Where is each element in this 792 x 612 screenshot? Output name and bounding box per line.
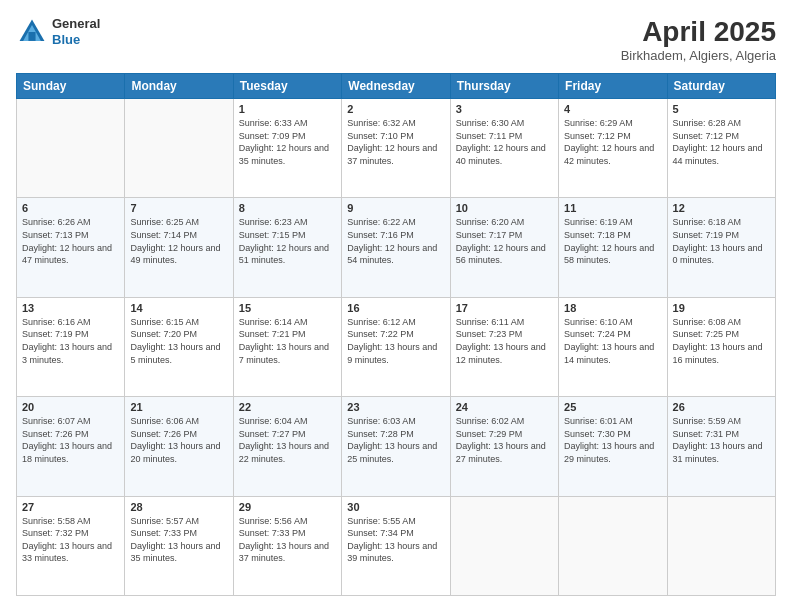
day-number: 27 bbox=[22, 501, 119, 513]
calendar-cell: 3 Sunrise: 6:30 AMSunset: 7:11 PMDayligh… bbox=[450, 99, 558, 198]
calendar-cell: 23 Sunrise: 6:03 AMSunset: 7:28 PMDaylig… bbox=[342, 397, 450, 496]
calendar-cell bbox=[667, 496, 775, 595]
day-detail: Sunrise: 6:07 AMSunset: 7:26 PMDaylight:… bbox=[22, 416, 112, 464]
col-wednesday: Wednesday bbox=[342, 74, 450, 99]
day-detail: Sunrise: 6:08 AMSunset: 7:25 PMDaylight:… bbox=[673, 317, 763, 365]
day-detail: Sunrise: 6:02 AMSunset: 7:29 PMDaylight:… bbox=[456, 416, 546, 464]
day-number: 16 bbox=[347, 302, 444, 314]
calendar-cell: 22 Sunrise: 6:04 AMSunset: 7:27 PMDaylig… bbox=[233, 397, 341, 496]
day-number: 15 bbox=[239, 302, 336, 314]
day-number: 1 bbox=[239, 103, 336, 115]
calendar-cell: 7 Sunrise: 6:25 AMSunset: 7:14 PMDayligh… bbox=[125, 198, 233, 297]
day-detail: Sunrise: 6:01 AMSunset: 7:30 PMDaylight:… bbox=[564, 416, 654, 464]
calendar-cell: 2 Sunrise: 6:32 AMSunset: 7:10 PMDayligh… bbox=[342, 99, 450, 198]
calendar-cell: 4 Sunrise: 6:29 AMSunset: 7:12 PMDayligh… bbox=[559, 99, 667, 198]
calendar-cell: 30 Sunrise: 5:55 AMSunset: 7:34 PMDaylig… bbox=[342, 496, 450, 595]
calendar-cell: 17 Sunrise: 6:11 AMSunset: 7:23 PMDaylig… bbox=[450, 297, 558, 396]
day-detail: Sunrise: 5:55 AMSunset: 7:34 PMDaylight:… bbox=[347, 516, 437, 564]
day-detail: Sunrise: 6:22 AMSunset: 7:16 PMDaylight:… bbox=[347, 217, 437, 265]
day-number: 9 bbox=[347, 202, 444, 214]
calendar-cell: 8 Sunrise: 6:23 AMSunset: 7:15 PMDayligh… bbox=[233, 198, 341, 297]
day-detail: Sunrise: 6:03 AMSunset: 7:28 PMDaylight:… bbox=[347, 416, 437, 464]
day-number: 11 bbox=[564, 202, 661, 214]
day-detail: Sunrise: 6:32 AMSunset: 7:10 PMDaylight:… bbox=[347, 118, 437, 166]
calendar-cell: 26 Sunrise: 5:59 AMSunset: 7:31 PMDaylig… bbox=[667, 397, 775, 496]
day-detail: Sunrise: 6:14 AMSunset: 7:21 PMDaylight:… bbox=[239, 317, 329, 365]
logo: General Blue bbox=[16, 16, 100, 48]
day-detail: Sunrise: 6:28 AMSunset: 7:12 PMDaylight:… bbox=[673, 118, 763, 166]
day-number: 6 bbox=[22, 202, 119, 214]
calendar-cell: 27 Sunrise: 5:58 AMSunset: 7:32 PMDaylig… bbox=[17, 496, 125, 595]
day-number: 14 bbox=[130, 302, 227, 314]
day-number: 7 bbox=[130, 202, 227, 214]
calendar-cell: 25 Sunrise: 6:01 AMSunset: 7:30 PMDaylig… bbox=[559, 397, 667, 496]
day-detail: Sunrise: 6:15 AMSunset: 7:20 PMDaylight:… bbox=[130, 317, 220, 365]
day-number: 25 bbox=[564, 401, 661, 413]
calendar-cell: 10 Sunrise: 6:20 AMSunset: 7:17 PMDaylig… bbox=[450, 198, 558, 297]
day-detail: Sunrise: 6:23 AMSunset: 7:15 PMDaylight:… bbox=[239, 217, 329, 265]
month-title: April 2025 bbox=[621, 16, 776, 48]
day-detail: Sunrise: 6:04 AMSunset: 7:27 PMDaylight:… bbox=[239, 416, 329, 464]
day-number: 3 bbox=[456, 103, 553, 115]
header: General Blue April 2025 Birkhadem, Algie… bbox=[16, 16, 776, 63]
day-number: 30 bbox=[347, 501, 444, 513]
day-detail: Sunrise: 5:59 AMSunset: 7:31 PMDaylight:… bbox=[673, 416, 763, 464]
calendar-cell bbox=[450, 496, 558, 595]
day-number: 12 bbox=[673, 202, 770, 214]
day-number: 29 bbox=[239, 501, 336, 513]
calendar-cell: 20 Sunrise: 6:07 AMSunset: 7:26 PMDaylig… bbox=[17, 397, 125, 496]
day-detail: Sunrise: 5:58 AMSunset: 7:32 PMDaylight:… bbox=[22, 516, 112, 564]
day-number: 4 bbox=[564, 103, 661, 115]
svg-rect-2 bbox=[28, 32, 35, 41]
calendar-cell: 1 Sunrise: 6:33 AMSunset: 7:09 PMDayligh… bbox=[233, 99, 341, 198]
calendar-cell: 19 Sunrise: 6:08 AMSunset: 7:25 PMDaylig… bbox=[667, 297, 775, 396]
col-sunday: Sunday bbox=[17, 74, 125, 99]
calendar-cell bbox=[559, 496, 667, 595]
col-saturday: Saturday bbox=[667, 74, 775, 99]
calendar-week-2: 13 Sunrise: 6:16 AMSunset: 7:19 PMDaylig… bbox=[17, 297, 776, 396]
calendar-table: Sunday Monday Tuesday Wednesday Thursday… bbox=[16, 73, 776, 596]
col-thursday: Thursday bbox=[450, 74, 558, 99]
day-number: 10 bbox=[456, 202, 553, 214]
day-detail: Sunrise: 6:18 AMSunset: 7:19 PMDaylight:… bbox=[673, 217, 763, 265]
day-number: 8 bbox=[239, 202, 336, 214]
title-block: April 2025 Birkhadem, Algiers, Algeria bbox=[621, 16, 776, 63]
day-detail: Sunrise: 6:33 AMSunset: 7:09 PMDaylight:… bbox=[239, 118, 329, 166]
calendar-cell: 24 Sunrise: 6:02 AMSunset: 7:29 PMDaylig… bbox=[450, 397, 558, 496]
day-number: 5 bbox=[673, 103, 770, 115]
day-number: 28 bbox=[130, 501, 227, 513]
day-detail: Sunrise: 6:11 AMSunset: 7:23 PMDaylight:… bbox=[456, 317, 546, 365]
day-detail: Sunrise: 6:26 AMSunset: 7:13 PMDaylight:… bbox=[22, 217, 112, 265]
day-detail: Sunrise: 5:56 AMSunset: 7:33 PMDaylight:… bbox=[239, 516, 329, 564]
day-detail: Sunrise: 5:57 AMSunset: 7:33 PMDaylight:… bbox=[130, 516, 220, 564]
day-number: 18 bbox=[564, 302, 661, 314]
col-tuesday: Tuesday bbox=[233, 74, 341, 99]
day-detail: Sunrise: 6:29 AMSunset: 7:12 PMDaylight:… bbox=[564, 118, 654, 166]
calendar-cell: 11 Sunrise: 6:19 AMSunset: 7:18 PMDaylig… bbox=[559, 198, 667, 297]
col-friday: Friday bbox=[559, 74, 667, 99]
day-number: 22 bbox=[239, 401, 336, 413]
calendar-cell: 13 Sunrise: 6:16 AMSunset: 7:19 PMDaylig… bbox=[17, 297, 125, 396]
logo-text: General Blue bbox=[52, 16, 100, 47]
calendar-cell: 12 Sunrise: 6:18 AMSunset: 7:19 PMDaylig… bbox=[667, 198, 775, 297]
day-detail: Sunrise: 6:12 AMSunset: 7:22 PMDaylight:… bbox=[347, 317, 437, 365]
calendar-week-0: 1 Sunrise: 6:33 AMSunset: 7:09 PMDayligh… bbox=[17, 99, 776, 198]
calendar-cell bbox=[125, 99, 233, 198]
calendar-cell: 5 Sunrise: 6:28 AMSunset: 7:12 PMDayligh… bbox=[667, 99, 775, 198]
calendar-cell: 21 Sunrise: 6:06 AMSunset: 7:26 PMDaylig… bbox=[125, 397, 233, 496]
day-number: 2 bbox=[347, 103, 444, 115]
calendar-cell: 6 Sunrise: 6:26 AMSunset: 7:13 PMDayligh… bbox=[17, 198, 125, 297]
day-detail: Sunrise: 6:30 AMSunset: 7:11 PMDaylight:… bbox=[456, 118, 546, 166]
day-number: 24 bbox=[456, 401, 553, 413]
day-detail: Sunrise: 6:16 AMSunset: 7:19 PMDaylight:… bbox=[22, 317, 112, 365]
day-detail: Sunrise: 6:25 AMSunset: 7:14 PMDaylight:… bbox=[130, 217, 220, 265]
calendar-cell bbox=[17, 99, 125, 198]
day-detail: Sunrise: 6:10 AMSunset: 7:24 PMDaylight:… bbox=[564, 317, 654, 365]
day-detail: Sunrise: 6:20 AMSunset: 7:17 PMDaylight:… bbox=[456, 217, 546, 265]
day-number: 23 bbox=[347, 401, 444, 413]
calendar-cell: 14 Sunrise: 6:15 AMSunset: 7:20 PMDaylig… bbox=[125, 297, 233, 396]
day-number: 19 bbox=[673, 302, 770, 314]
calendar-week-3: 20 Sunrise: 6:07 AMSunset: 7:26 PMDaylig… bbox=[17, 397, 776, 496]
day-detail: Sunrise: 6:19 AMSunset: 7:18 PMDaylight:… bbox=[564, 217, 654, 265]
day-detail: Sunrise: 6:06 AMSunset: 7:26 PMDaylight:… bbox=[130, 416, 220, 464]
